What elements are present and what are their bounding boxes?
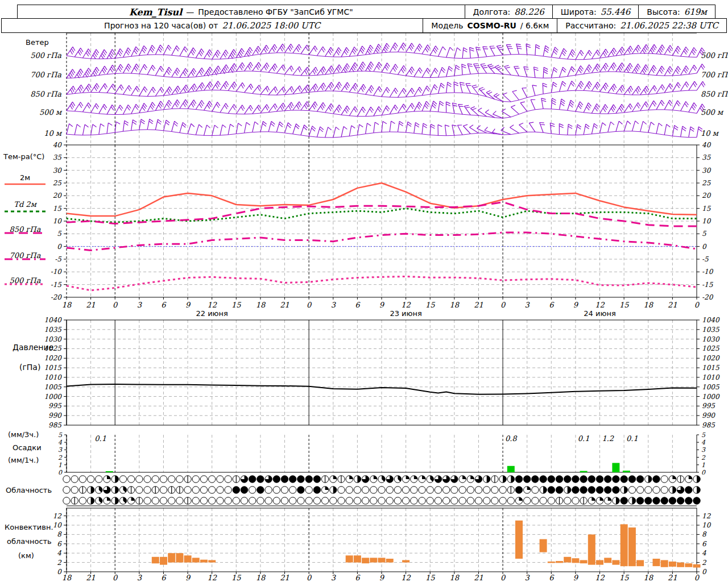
- temperature-series-1: [67, 209, 697, 223]
- svg-text:18: 18: [643, 301, 653, 309]
- svg-text:10: 10: [53, 217, 63, 225]
- svg-text:25: 25: [702, 179, 712, 187]
- svg-text:0: 0: [307, 573, 312, 582]
- svg-text:12: 12: [401, 301, 411, 309]
- cloud-row-2: [63, 497, 700, 504]
- convective-bar: [540, 539, 547, 552]
- svg-text:15: 15: [231, 573, 241, 582]
- svg-text:15: 15: [702, 205, 712, 213]
- convective-bar: [152, 557, 159, 564]
- convective-bar: [669, 562, 676, 567]
- svg-text:21: 21: [280, 301, 289, 309]
- svg-text:3: 3: [331, 301, 337, 309]
- svg-text:21: 21: [280, 573, 289, 582]
- svg-text:1005: 1005: [44, 383, 62, 391]
- svg-text:5: 5: [702, 230, 707, 238]
- svg-text:35: 35: [53, 153, 63, 161]
- svg-text:-15: -15: [51, 281, 63, 289]
- svg-text:18: 18: [450, 301, 460, 309]
- svg-text:21: 21: [668, 301, 677, 309]
- pressure-panel: 1040104010351035103010301025102510201020…: [44, 316, 719, 429]
- temperature-panel: 40403535303025252020151510105500-5-5-10-…: [51, 141, 714, 301]
- svg-text:10: 10: [702, 521, 712, 529]
- svg-text:6: 6: [702, 540, 707, 548]
- svg-text:10: 10: [702, 217, 712, 225]
- svg-text:985: 985: [48, 421, 62, 429]
- svg-text:-15: -15: [702, 281, 714, 289]
- convective-bar: [588, 534, 595, 564]
- convective-bar: [693, 564, 701, 568]
- convective-bar: [661, 560, 668, 567]
- svg-text:6: 6: [57, 540, 62, 548]
- svg-text:1015: 1015: [44, 364, 62, 372]
- wind-barb-row-0: [67, 43, 705, 60]
- svg-text:15: 15: [619, 301, 629, 309]
- svg-text:6: 6: [161, 301, 167, 309]
- convective-bar: [402, 560, 410, 563]
- wind-barb-row-2: [67, 81, 705, 102]
- svg-text:18: 18: [643, 573, 653, 582]
- convective-bar: [564, 557, 571, 563]
- svg-text:12: 12: [595, 301, 605, 309]
- svg-text:6: 6: [355, 301, 361, 309]
- convective-bar: [612, 560, 619, 565]
- svg-text:1010: 1010: [44, 373, 62, 381]
- svg-text:20: 20: [702, 192, 712, 199]
- svg-text:3: 3: [137, 301, 143, 309]
- svg-text:12: 12: [702, 512, 712, 520]
- svg-text:0: 0: [702, 568, 707, 576]
- svg-text:12: 12: [401, 573, 411, 582]
- svg-text:6: 6: [355, 573, 361, 582]
- svg-text:2: 2: [702, 559, 707, 567]
- svg-text:4: 4: [57, 549, 61, 557]
- svg-text:1040: 1040: [702, 316, 720, 324]
- convective-bar: [184, 555, 192, 562]
- convective-bar: [386, 559, 394, 563]
- svg-text:0: 0: [701, 469, 706, 476]
- svg-text:3: 3: [525, 573, 531, 582]
- svg-text:-20: -20: [702, 293, 714, 301]
- svg-text:9: 9: [379, 301, 385, 309]
- svg-text:985: 985: [702, 421, 715, 429]
- svg-text:1000: 1000: [44, 393, 62, 401]
- svg-text:1010: 1010: [702, 373, 720, 381]
- svg-text:0.1: 0.1: [94, 434, 106, 443]
- svg-text:4: 4: [58, 439, 63, 446]
- svg-text:6: 6: [549, 573, 555, 582]
- convective-bar: [192, 558, 200, 562]
- svg-text:1040: 1040: [44, 316, 62, 324]
- svg-text:4: 4: [701, 439, 706, 446]
- temperature-legend-lines: [5, 184, 46, 284]
- svg-text:15: 15: [425, 573, 435, 582]
- svg-text:8: 8: [57, 530, 62, 538]
- svg-text:2: 2: [701, 454, 706, 462]
- svg-text:9: 9: [185, 301, 191, 309]
- convective-bar: [362, 558, 369, 563]
- svg-text:12: 12: [53, 512, 63, 520]
- cloud-panel: [63, 476, 700, 506]
- svg-text:1025: 1025: [44, 344, 62, 352]
- svg-text:1.2: 1.2: [602, 434, 614, 443]
- precip-bar: [612, 463, 619, 473]
- svg-text:12: 12: [207, 573, 217, 582]
- svg-text:-10: -10: [702, 268, 714, 276]
- svg-text:0.1: 0.1: [626, 434, 638, 443]
- bottom-x-axis: 1821036912151821036912151821036912151821…: [62, 572, 700, 582]
- convective-bar: [160, 557, 167, 565]
- svg-text:21: 21: [474, 573, 483, 582]
- convective-bar: [208, 560, 216, 563]
- svg-text:40: 40: [53, 141, 63, 149]
- svg-text:4: 4: [702, 549, 706, 557]
- svg-text:25: 25: [53, 179, 63, 187]
- svg-text:3: 3: [525, 301, 531, 309]
- svg-text:9: 9: [185, 573, 191, 582]
- svg-text:23 июня: 23 июня: [390, 309, 421, 318]
- svg-text:1020: 1020: [44, 354, 62, 362]
- svg-text:1000: 1000: [702, 393, 720, 401]
- convective-bar: [354, 555, 361, 562]
- convective-bar: [346, 555, 353, 562]
- svg-text:0: 0: [500, 573, 506, 582]
- svg-text:0: 0: [57, 243, 62, 251]
- wind-panel: [67, 33, 705, 145]
- precip-bar: [623, 471, 630, 472]
